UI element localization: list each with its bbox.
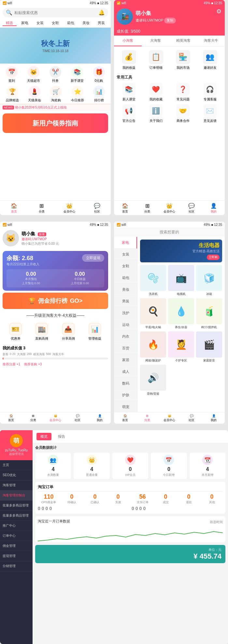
sidebar-mengchong[interactable]: 萌宠 [114, 401, 137, 413]
nav-vip-s3[interactable]: 👑 会员中心 [44, 414, 66, 422]
nav-home-s1[interactable]: 🏠 首页 [0, 203, 28, 214]
product-personal[interactable]: 💆 个护专区 [168, 331, 194, 363]
nav-mine-s2[interactable]: 👤 我的 [203, 203, 225, 214]
sidebar-chengren[interactable]: 成人 [114, 366, 137, 378]
icon-tmall[interactable]: 🐱 天猫超市 [27, 66, 40, 83]
nav-category-s4[interactable]: ⊞ 分类 [136, 414, 158, 422]
promo-banner-s1[interactable]: 秋冬上新 TIME:10.18-10.18 [0, 28, 111, 64]
card-earnings[interactable]: 💰 我的收益 [122, 50, 136, 70]
nav-community-s1[interactable]: 💬 社区 [83, 203, 111, 214]
nav-mine-s4[interactable]: 👤 我的 [203, 414, 225, 422]
tool-favorites[interactable]: ❤️ 我的收藏 [144, 83, 168, 102]
icon-checkin[interactable]: 📅 签到 [6, 66, 18, 83]
tab-overview-s5[interactable]: 概览 [36, 433, 51, 440]
bell-icon-s1[interactable]: 🔔 [98, 9, 105, 16]
product-blender[interactable]: 🧃 榨汁/搅拌机 [196, 298, 222, 329]
nav-home-s4[interactable]: 🏠 首页 [114, 414, 136, 422]
icon-newbie[interactable]: 📚 新手课堂 [71, 66, 84, 83]
tab-da-s2[interactable]: 大淘客 [142, 36, 169, 46]
tool-about[interactable]: ℹ️ 关于我们 [144, 104, 168, 123]
tool-announce[interactable]: 📢 官方公告 [117, 104, 141, 123]
tab-bull-s2[interactable]: 淘客大牛 [197, 36, 225, 46]
sidebar-shuma[interactable]: 数码 [114, 378, 137, 389]
card-market[interactable]: 🏪 我的市场 [176, 50, 190, 70]
voucher-banner-s1[interactable]: 新用户领券指南 [3, 113, 108, 133]
menu-promo-s5[interactable]: 推广中心 [0, 521, 33, 531]
search-bar-s1[interactable]: 🔍 🔔 [3, 8, 108, 17]
menu-home-s5[interactable]: 主页 [0, 460, 33, 470]
nav-vip-s4[interactable]: 👑 会员中心 [158, 414, 180, 422]
action-share[interactable]: 📤 分享高佣 [62, 323, 75, 341]
sidebar-jiaju[interactable]: 家居 [114, 354, 137, 366]
action-direct[interactable]: 🏬 直购高佣 [35, 323, 48, 341]
sidebar-yundong[interactable]: 运动 [114, 319, 137, 331]
menu-pdd-s5[interactable]: 批量多多商品管理 [0, 501, 33, 511]
product-speaker[interactable]: 🔊 音响/音箱 [140, 365, 166, 396]
buy-btn-banner[interactable]: 立即购 [207, 255, 220, 260]
nav-item-women[interactable]: 女装 [33, 21, 47, 26]
nav-item-shoes[interactable]: 女鞋 [49, 21, 63, 26]
sidebar-meizhuang[interactable]: 美妆 [114, 284, 137, 296]
chart-filter-s5[interactable]: 筛选时间 [210, 520, 223, 524]
card-orders[interactable]: 📋 订单明细 [149, 50, 163, 70]
tool-faq[interactable]: ❓ 常见问题 [171, 83, 195, 102]
sidebar-nvzhuang[interactable]: 女装 [114, 249, 137, 260]
menu-seo-s5[interactable]: SEO优化 [0, 470, 33, 480]
nav-vip-s1[interactable]: 👑 会员中心 [55, 203, 83, 214]
nav-community-s2[interactable]: 💬 社区 [180, 203, 203, 214]
sidebar-hufu[interactable]: 护肤 [114, 389, 137, 401]
nav-community-s4[interactable]: 💬 社区 [180, 414, 203, 422]
search-input-s1[interactable] [14, 10, 96, 15]
nav-home-s2[interactable]: 🏠 首页 [114, 203, 136, 214]
nav-home-s3[interactable]: 🏠 首页 [0, 414, 22, 422]
icon-today[interactable]: ⭐ 今日推荐 [71, 86, 84, 103]
sidebar-nanzhuang[interactable]: 男装 [114, 296, 137, 307]
product-hometheater[interactable]: 🎬 家庭影音 [196, 331, 222, 363]
menu-commission-s5[interactable]: 佣金管理 [0, 541, 33, 551]
tab-xiao-s2[interactable]: 小淘客 [114, 36, 142, 46]
nav-community-s3[interactable]: 💬 社区 [66, 414, 89, 422]
sidebar-baihuo[interactable]: 百货 [114, 343, 137, 354]
action-voucher[interactable]: 🎫 优惠券 [9, 323, 22, 341]
icon-taoqugou[interactable]: 🛒 淘抢购 [50, 86, 62, 103]
settings-btn-s2[interactable]: ⚙ [216, 8, 221, 15]
tab-elite-s2[interactable]: 精英淘客 [169, 36, 197, 46]
tab-report-s5[interactable]: 报告 [54, 433, 69, 440]
card-invite[interactable]: 👥 邀请好友 [203, 50, 217, 70]
icon-freebuy[interactable]: 🎁 0元购 [93, 66, 105, 83]
menu-distribution-s5[interactable]: 分销管理 [0, 561, 33, 571]
menu-taoke-console-s5[interactable]: 淘客管理控制台 [0, 490, 33, 501]
icon-rank[interactable]: 📊 排行榜 [93, 86, 105, 103]
nav-category-s3[interactable]: ⊞ 分类 [22, 414, 44, 422]
withdraw-btn-s3[interactable]: 立即提现 [82, 254, 104, 262]
nav-item-men[interactable]: 男装 [94, 21, 108, 26]
copy-btn-s2[interactable]: 复制 [164, 18, 176, 23]
product-pan[interactable]: 🍳 平底/电火锅 [140, 298, 166, 329]
menu-taoke-s5[interactable]: 淘客管理 [0, 480, 33, 490]
action-manage[interactable]: 📊 管理收益 [88, 323, 101, 341]
nav-item-selected[interactable]: 精选 [3, 21, 17, 26]
icon-brand[interactable]: 🏆 品牌精选 [6, 86, 19, 103]
category-banner-s4[interactable]: 生活电器 官方精选·高效生活 立即购 [140, 240, 222, 262]
nav-item-appliance[interactable]: 家电 [18, 21, 32, 26]
menu-withdraw-s5[interactable]: 提现管理 [0, 551, 33, 561]
nav-vip-s2[interactable]: 👑 会员中心 [158, 203, 180, 214]
nav-category-s2[interactable]: ⊞ 分类 [136, 203, 158, 214]
icon-doujuan[interactable]: ✂️ 抖券 [50, 66, 61, 83]
commission-banner-s3[interactable]: 🏆 佣金排行榜 GO> [3, 293, 108, 309]
nav-category-s1[interactable]: ⊞ 分类 [28, 203, 55, 214]
sidebar-xiangbao[interactable]: 箱包 [114, 272, 137, 284]
tool-cs[interactable]: 🎧 专属客服 [198, 83, 222, 102]
menu-pdd2-s5[interactable]: 批量多多商品管理 [0, 511, 33, 521]
sidebar-nvxie[interactable]: 女鞋 [114, 260, 137, 272]
nav-item-beauty[interactable]: 美妆 [79, 21, 93, 26]
product-fridge[interactable]: 🧊 冰箱 [196, 265, 222, 296]
product-oven[interactable]: 🔥 烤箱/微波炉 [140, 331, 166, 363]
sidebar-xihu[interactable]: 洗护 [114, 307, 137, 319]
product-washer[interactable]: 🫧 洗衣机 [140, 265, 166, 296]
icon-beauty[interactable]: 💄 天猫美妆 [28, 86, 41, 103]
product-kettle[interactable]: 💧 养生/水壶 [168, 298, 194, 329]
sidebar-jiadian[interactable]: 家电 [114, 237, 137, 249]
nav-mine-s3[interactable]: 👤 我的 [89, 414, 111, 422]
menu-orders-s5[interactable]: 订单中心 [0, 531, 33, 541]
